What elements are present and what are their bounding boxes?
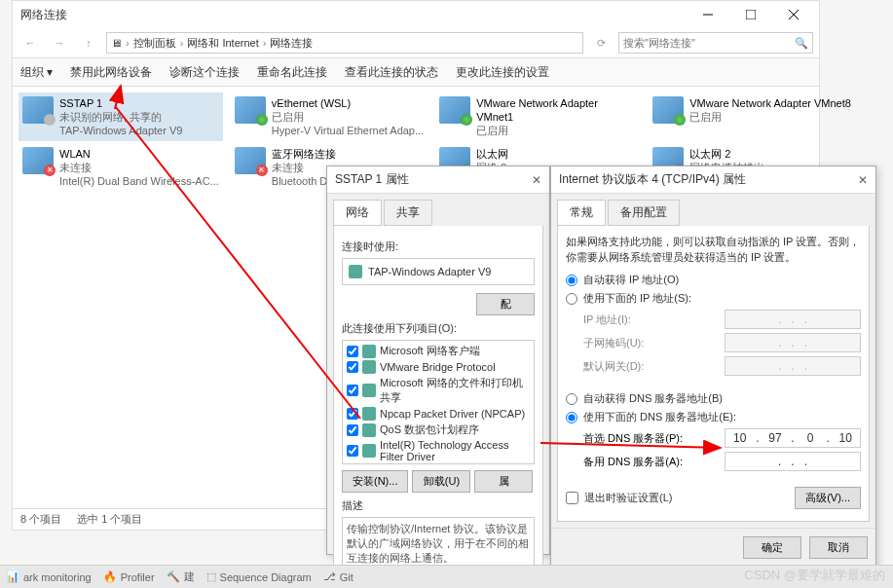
connect-using-label: 连接时使用: [342, 239, 535, 254]
protocol-checkbox[interactable] [347, 346, 358, 357]
protocol-checkbox[interactable] [347, 424, 358, 436]
tab-alternate[interactable]: 备用配置 [608, 200, 680, 226]
description-label: 描述 [342, 498, 535, 513]
adapter-icon [349, 265, 362, 278]
configure-button[interactable]: 配 [476, 293, 535, 315]
refresh-button[interactable]: ⟳ [589, 31, 613, 55]
protocol-item[interactable]: QoS 数据包计划程序 [345, 422, 532, 438]
protocol-item[interactable]: Intel(R) Technology Access Filter Driver [345, 438, 532, 463]
uninstall-button[interactable]: 卸载(U) [412, 470, 470, 493]
gateway-field: . . . [725, 356, 861, 376]
manual-ip-radio[interactable] [566, 293, 577, 305]
validate-checkbox[interactable] [566, 492, 578, 504]
tip-text: 如果网络支持此功能，则可以获取自动指派的 IP 设置。否则，你需要从网络系统管理… [566, 234, 861, 265]
tab-general[interactable]: 常规 [557, 200, 606, 226]
adapter-item[interactable]: VMware Network Adapter VMnet8已启用 [649, 92, 856, 141]
ip-address-field: . . . [725, 310, 861, 329]
network-adapter-icon [652, 96, 684, 124]
toolbar: 组织 ▾ 禁用此网络设备 诊断这个连接 重命名此连接 查看此连接的状态 更改此连… [13, 57, 819, 87]
install-button[interactable]: 安装(N)... [342, 470, 408, 493]
window-title: 网络连接 [17, 7, 687, 23]
search-box[interactable]: 🔍 [618, 32, 813, 54]
dialog-title: Internet 协议版本 4 (TCP/IPv4) 属性 [559, 171, 746, 188]
tab-profiler[interactable]: 🔥 Profiler [103, 570, 155, 583]
adapter-item[interactable]: WLAN未连接Intel(R) Dual Band Wireless-AC... [19, 143, 223, 192]
organize-menu[interactable]: 组织 ▾ [20, 64, 53, 81]
selected-count: 选中 1 个项目 [77, 512, 142, 527]
protocol-checkbox[interactable] [347, 361, 358, 373]
alternate-dns-field[interactable]: . . . [725, 452, 861, 471]
titlebar: 网络连接 [13, 1, 819, 28]
protocol-icon [362, 384, 376, 397]
minimize-button[interactable] [687, 1, 729, 28]
tab-network[interactable]: 网络 [333, 200, 382, 226]
tab-monitoring[interactable]: 📊 ark monitoring [6, 570, 92, 583]
description-text: 传输控制协议/Internet 协议。该协议是默认的广域网络协议，用于在不同的相… [342, 517, 535, 570]
protocol-item[interactable]: Microsoft 网络客户端 [345, 343, 532, 359]
protocol-icon [362, 444, 376, 458]
protocol-item[interactable]: Npcap Packet Driver (NPCAP) [345, 406, 532, 422]
navbar: ← → ↑ 🖥 › 控制面板 › 网络和 Internet › 网络连接 ⟳ 🔍 [13, 28, 819, 57]
back-button[interactable]: ← [19, 31, 42, 55]
protocol-icon [362, 360, 376, 374]
tab-share[interactable]: 共享 [384, 200, 432, 226]
tab-build[interactable]: 🔨 建 [167, 570, 195, 584]
forward-button[interactable]: → [48, 31, 71, 55]
properties-button[interactable]: 属 [474, 470, 533, 493]
breadcrumb[interactable]: 🖥 › 控制面板 › 网络和 Internet › 网络连接 [106, 32, 583, 54]
adapter-properties-dialog: SSTAP 1 属性 ✕ 网络 共享 连接时使用: TAP-Windows Ad… [326, 165, 550, 555]
up-button[interactable]: ↑ [77, 31, 100, 55]
adapter-item[interactable]: SSTAP 1未识别的网络, 共享的TAP-Windows Adapter V9 [19, 92, 223, 141]
network-adapter-icon [22, 147, 54, 174]
protocol-checkbox[interactable] [347, 445, 358, 457]
view-status[interactable]: 查看此连接的状态 [345, 64, 438, 81]
network-adapter-icon [235, 147, 266, 174]
rename-connection[interactable]: 重命名此连接 [257, 64, 327, 81]
ok-button[interactable]: 确定 [743, 536, 801, 559]
svg-rect-0 [746, 10, 756, 19]
items-label: 此连接使用下列项目(O): [342, 321, 535, 336]
tab-sequence[interactable]: ⬚ Sequence Diagram [206, 570, 312, 583]
close-icon[interactable]: ✕ [858, 173, 868, 187]
dialog-title: SSTAP 1 属性 [335, 171, 409, 188]
search-input[interactable] [623, 37, 795, 49]
watermark: CSDN @要学就学最难的 [744, 567, 885, 584]
protocol-item[interactable]: 桥驱动程序 [345, 463, 532, 464]
network-adapter-icon [235, 96, 266, 124]
disable-device[interactable]: 禁用此网络设备 [70, 64, 152, 81]
protocol-list[interactable]: Microsoft 网络客户端VMware Bridge ProtocolMic… [342, 340, 535, 464]
diagnose-connection[interactable]: 诊断这个连接 [169, 64, 240, 81]
manual-dns-radio[interactable] [566, 412, 577, 423]
computer-icon: 🖥 [111, 37, 122, 49]
protocol-checkbox[interactable] [347, 408, 358, 420]
protocol-item[interactable]: Microsoft 网络的文件和打印机共享 [345, 375, 532, 406]
protocol-icon [362, 423, 376, 437]
maximize-button[interactable] [729, 1, 772, 28]
close-button[interactable] [772, 1, 815, 28]
advanced-button[interactable]: 高级(V)... [795, 487, 861, 509]
item-count: 8 个项目 [20, 512, 61, 527]
adapter-item[interactable]: VMware Network Adapter VMnet1已启用 [435, 92, 641, 141]
protocol-checkbox[interactable] [347, 385, 358, 396]
protocol-icon [362, 407, 376, 421]
network-adapter-icon [439, 96, 470, 124]
subnet-mask-field: . . . [725, 333, 861, 352]
search-icon: 🔍 [795, 37, 808, 50]
tab-git[interactable]: ⎇ Git [323, 570, 353, 583]
auto-dns-radio[interactable] [566, 393, 577, 405]
network-adapter-icon [22, 96, 54, 124]
preferred-dns-field[interactable]: 10.97.0.10 [725, 428, 861, 448]
auto-ip-radio[interactable] [566, 275, 577, 286]
change-settings[interactable]: 更改此连接的设置 [456, 64, 549, 81]
adapter-item[interactable]: vEthernet (WSL)已启用Hyper-V Virtual Ethern… [231, 92, 428, 141]
protocol-icon [362, 345, 376, 358]
protocol-item[interactable]: VMware Bridge Protocol [345, 359, 532, 375]
ipv4-properties-dialog: Internet 协议版本 4 (TCP/IPv4) 属性 ✕ 常规 备用配置 … [550, 165, 876, 570]
adapter-name-box: TAP-Windows Adapter V9 [342, 258, 535, 285]
cancel-button[interactable]: 取消 [809, 536, 868, 559]
close-icon[interactable]: ✕ [532, 173, 541, 187]
